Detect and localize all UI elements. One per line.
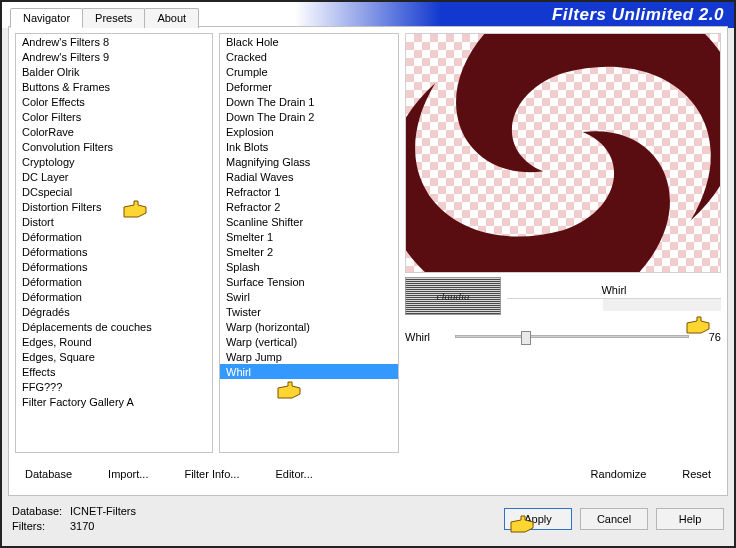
list-item[interactable]: Déformation	[16, 289, 212, 304]
category-list[interactable]: Andrew's Filters 8Andrew's Filters 9Bald…	[15, 33, 213, 453]
list-item[interactable]: Surface Tension	[220, 274, 398, 289]
list-item[interactable]: Warp (vertical)	[220, 334, 398, 349]
filter-list[interactable]: Black HoleCrackedCrumpleDeformerDown The…	[219, 33, 399, 453]
list-item[interactable]: Smelter 1	[220, 229, 398, 244]
list-item[interactable]: Andrew's Filters 9	[16, 49, 212, 64]
list-item[interactable]: DC Layer	[16, 169, 212, 184]
author-badge: claudia	[405, 277, 501, 315]
list-item[interactable]: Balder Olrik	[16, 64, 212, 79]
panel-button-row: Database Import... Filter Info... Editor…	[15, 459, 721, 489]
list-item[interactable]: Edges, Square	[16, 349, 212, 364]
tab-presets[interactable]: Presets	[82, 8, 145, 28]
help-button[interactable]: Help	[656, 508, 724, 530]
list-item[interactable]: Smelter 2	[220, 244, 398, 259]
list-item[interactable]: Black Hole	[220, 34, 398, 49]
list-item[interactable]: Déformations	[16, 244, 212, 259]
tab-navigator[interactable]: Navigator	[10, 8, 83, 28]
list-item[interactable]: Cryptology	[16, 154, 212, 169]
cancel-button[interactable]: Cancel	[580, 508, 648, 530]
list-item[interactable]: FFG???	[16, 379, 212, 394]
randomize-button[interactable]: Randomize	[581, 464, 657, 484]
list-item[interactable]: Crumple	[220, 64, 398, 79]
list-item[interactable]: Refractor 2	[220, 199, 398, 214]
tab-about[interactable]: About	[144, 8, 199, 28]
list-item[interactable]: Andrew's Filters 8	[16, 34, 212, 49]
filters-count: 3170	[70, 520, 94, 532]
list-item[interactable]: Dégradés	[16, 304, 212, 319]
navigator-panel: Andrew's Filters 8Andrew's Filters 9Bald…	[8, 26, 728, 496]
list-item[interactable]: Distortion Filters	[16, 199, 212, 214]
list-item[interactable]: Ink Blots	[220, 139, 398, 154]
whirl-swirl-shape	[405, 33, 721, 273]
list-item[interactable]: Déformations	[16, 259, 212, 274]
list-item[interactable]: Scanline Shifter	[220, 214, 398, 229]
list-item[interactable]: Explosion	[220, 124, 398, 139]
list-item[interactable]: Distort	[16, 214, 212, 229]
list-item[interactable]: Down The Drain 2	[220, 109, 398, 124]
footer-bar: Database:ICNET-Filters Filters:3170 Appl…	[12, 500, 724, 538]
list-item[interactable]: Buttons & Frames	[16, 79, 212, 94]
list-item[interactable]: ColorRave	[16, 124, 212, 139]
list-item[interactable]: Radial Waves	[220, 169, 398, 184]
database-button[interactable]: Database	[15, 464, 82, 484]
preview-column: claudia Whirl Whirl 76	[405, 33, 721, 453]
preview-image	[405, 33, 721, 273]
list-item[interactable]: Refractor 1	[220, 184, 398, 199]
list-item[interactable]: Deformer	[220, 79, 398, 94]
list-item[interactable]: Magnifying Glass	[220, 154, 398, 169]
reset-button[interactable]: Reset	[672, 464, 721, 484]
list-item[interactable]: Swirl	[220, 289, 398, 304]
editor-button[interactable]: Editor...	[265, 464, 322, 484]
tab-strip: Navigator Presets About	[10, 8, 198, 28]
list-item[interactable]: Filter Factory Gallery A	[16, 394, 212, 409]
list-item[interactable]: Down The Drain 1	[220, 94, 398, 109]
list-item[interactable]: Edges, Round	[16, 334, 212, 349]
list-item[interactable]: Splash	[220, 259, 398, 274]
list-item[interactable]: Cracked	[220, 49, 398, 64]
list-item[interactable]: Whirl	[220, 364, 398, 379]
list-item[interactable]: Color Filters	[16, 109, 212, 124]
list-item[interactable]: Convolution Filters	[16, 139, 212, 154]
list-item[interactable]: Warp Jump	[220, 349, 398, 364]
list-item[interactable]: Color Effects	[16, 94, 212, 109]
param-whirl: Whirl 76	[405, 329, 721, 344]
app-title: Filters Unlimited 2.0	[552, 5, 724, 25]
list-item[interactable]: Effects	[16, 364, 212, 379]
list-item[interactable]: Déplacements de couches	[16, 319, 212, 334]
import-button[interactable]: Import...	[98, 464, 158, 484]
list-item[interactable]: Twister	[220, 304, 398, 319]
effect-name-label: Whirl	[507, 282, 721, 299]
apply-button[interactable]: Apply	[504, 508, 572, 530]
list-item[interactable]: Déformation	[16, 274, 212, 289]
list-item[interactable]: Warp (horizontal)	[220, 319, 398, 334]
list-item[interactable]: Déformation	[16, 229, 212, 244]
database-name: ICNET-Filters	[70, 505, 136, 517]
footer-info: Database:ICNET-Filters Filters:3170	[12, 504, 136, 534]
param-label: Whirl	[405, 331, 451, 343]
list-item[interactable]: DCspecial	[16, 184, 212, 199]
param-slider[interactable]	[451, 329, 693, 344]
param-value: 76	[693, 331, 721, 343]
filter-info-button[interactable]: Filter Info...	[174, 464, 249, 484]
